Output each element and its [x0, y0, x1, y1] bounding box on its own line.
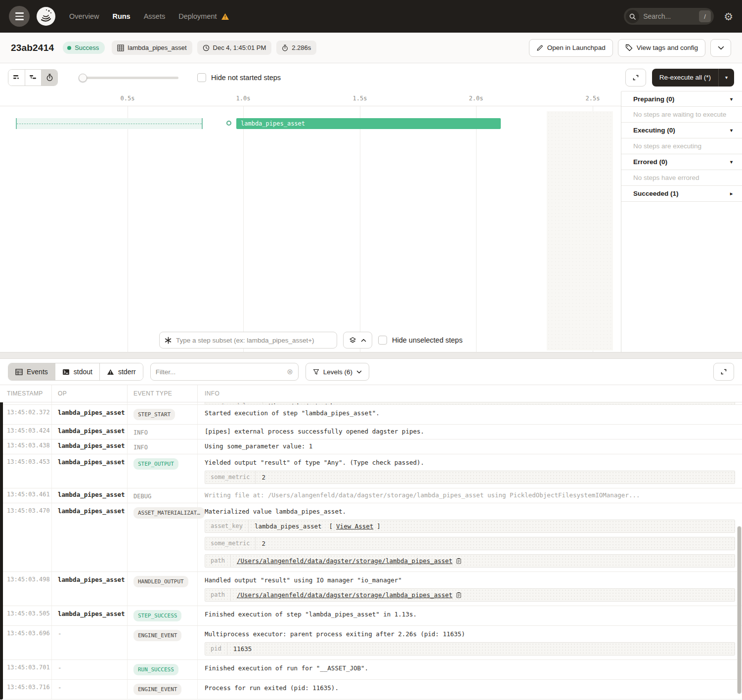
funnel-icon: [313, 369, 319, 375]
hide-unselected-checkbox[interactable]: [378, 336, 387, 345]
section-empty-text: No steps are executing: [621, 138, 742, 154]
step-panel-section-errored[interactable]: Errored (0)▾: [621, 154, 742, 170]
chevron-up-icon: [361, 339, 366, 342]
dagster-logo-icon[interactable]: [35, 5, 57, 28]
copy-path-icon[interactable]: [456, 558, 462, 564]
metadata-key: pid: [205, 643, 227, 655]
zoom-slider[interactable]: [79, 74, 178, 82]
clear-filter-icon[interactable]: ⊗: [287, 367, 293, 376]
log-tabs: Eventsstdoutstderr: [8, 363, 143, 381]
log-timestamp: 13:45:03.498: [0, 572, 52, 606]
tab-events[interactable]: Events: [8, 363, 55, 380]
hide-not-started-checkbox[interactable]: [197, 73, 206, 82]
waterfall-view-button[interactable]: [25, 70, 41, 86]
reexecute-dropdown-caret[interactable]: ▾: [718, 69, 734, 87]
gantt-step-bar[interactable]: lambda_pipes_asset: [236, 118, 501, 129]
left-edge-scrollbar[interactable]: [0, 402, 3, 700]
logs-fullscreen-button[interactable]: [713, 363, 734, 381]
metadata-key: some_metric: [205, 471, 256, 483]
search-shortcut-badge: /: [699, 10, 711, 22]
hide-not-started-checkbox-row[interactable]: Hide not started steps: [197, 73, 281, 82]
log-row[interactable]: 13:45:03.716-ENGINE_EVENTProcess for run…: [0, 680, 742, 700]
metadata-key: path: [205, 555, 231, 567]
tab-stderr[interactable]: stderr: [99, 363, 143, 380]
metadata-entry: path/Users/alangenfeld/data/dagster/stor…: [205, 554, 735, 568]
global-search[interactable]: /: [624, 8, 714, 25]
step-subset-input[interactable]: [176, 337, 332, 344]
run-tag-job-grid[interactable]: lambda_pipes_asset: [112, 41, 192, 55]
status-dot-icon: [67, 46, 71, 50]
path-link[interactable]: /Users/alangenfeld/data/dagster/storage/…: [237, 591, 453, 599]
nav-link-runs[interactable]: Runs: [112, 12, 130, 20]
metadata-value: /Users/alangenfeld/data/dagster/storage/…: [231, 555, 468, 567]
path-link[interactable]: /Users/alangenfeld/data/dagster/storage/…: [237, 557, 453, 565]
nav-link-assets[interactable]: Assets: [144, 12, 166, 20]
log-filter-input[interactable]: [156, 368, 287, 376]
layers-toggle-button[interactable]: [343, 332, 372, 349]
section-title: Preparing (0): [633, 95, 674, 103]
search-input[interactable]: [639, 12, 699, 20]
log-row[interactable]: 13:45:03.498lambda_pipes_assetHANDLED_OU…: [0, 572, 742, 606]
axis-tick-label: 2.5s: [586, 95, 600, 102]
log-row[interactable]: 13:45:03.453lambda_pipes_assetSTEP_OUTPU…: [0, 454, 742, 488]
copy-path-icon[interactable]: [456, 592, 462, 598]
step-panel-section-executing[interactable]: Executing (0)▾: [621, 123, 742, 138]
column-header-timestamp: TIMESTAMP: [0, 385, 52, 402]
event-type-badge: RUN_SUCCESS: [133, 664, 178, 675]
run-header: 23ab2414 Success lambda_pipes_assetDec 4…: [0, 33, 742, 63]
zoom-slider-knob[interactable]: [79, 74, 87, 82]
log-timestamp: 13:45:03.453: [0, 454, 52, 488]
gantt-section: 0.5s1.0s1.5s2.0s2.5s lambda_pipes_asset: [0, 91, 742, 352]
log-message: Process for run exited (pid: 11635).: [205, 684, 735, 692]
metadata-key: asset_key: [205, 520, 249, 532]
step-panel-section-preparing[interactable]: Preparing (0)▾: [621, 91, 742, 107]
log-row[interactable]: 13:45:03.461lambda_pipes_assetDEBUGWriti…: [0, 488, 742, 503]
nav-links: OverviewRunsAssetsDeployment: [69, 12, 229, 20]
clock-icon: [203, 44, 210, 51]
log-op: -: [52, 680, 128, 699]
status-badge: Success: [63, 42, 105, 54]
log-timestamp: 13:45:03.701: [0, 660, 52, 679]
job-grid-icon: [117, 44, 124, 51]
gantt-fullscreen-button[interactable]: [625, 69, 646, 87]
log-row[interactable]: 13:45:03.424lambda_pipes_assetINFO[pipes…: [0, 425, 742, 439]
timed-view-button[interactable]: [41, 70, 57, 86]
log-message: Started execution of step "lambda_pipes_…: [205, 409, 735, 417]
view-tags-config-button[interactable]: View tags and config: [618, 39, 705, 57]
gantt-footer: Hide unselected steps: [159, 332, 463, 349]
log-row[interactable]: 13:45:03.696-ENGINE_EVENTMultiprocess ex…: [0, 626, 742, 660]
table-icon: [15, 369, 23, 375]
log-message: [pipes] external process successfully op…: [205, 427, 735, 436]
gantt-future-region: [547, 111, 613, 350]
log-table-header: TIMESTAMP OP EVENT TYPE INFO: [0, 385, 742, 402]
reexecute-all-button[interactable]: Re-execute all (*): [652, 69, 718, 87]
gear-icon[interactable]: ⚙: [724, 11, 733, 22]
run-header-more-button[interactable]: [710, 39, 731, 57]
log-message: Materialized value lambda_pipes_asset.: [205, 507, 735, 516]
step-panel-section-succeeded[interactable]: Succeeded (1)▸: [621, 186, 742, 202]
log-op: lambda_pipes_asset: [52, 488, 128, 503]
log-row[interactable]: 13:45:03.470lambda_pipes_assetASSET_MATE…: [0, 503, 742, 572]
view-asset-link[interactable]: View Asset: [336, 522, 373, 530]
panel-splitter[interactable]: [0, 352, 742, 359]
hamburger-menu-button[interactable]: [9, 6, 30, 27]
log-row[interactable]: 13:45:02.372lambda_pipes_assetSTEP_START…: [0, 405, 742, 425]
gantt-time-axis: 0.5s1.0s1.5s2.0s2.5s: [0, 91, 621, 106]
vertical-scrollbar-thumb[interactable]: [737, 526, 742, 694]
caret-down-icon: ▾: [730, 159, 733, 165]
levels-filter-button[interactable]: Levels (6): [306, 363, 369, 381]
metadata-value: lambda_pipes_asset [View Asset]: [249, 520, 387, 532]
log-row[interactable]: 13:45:03.438lambda_pipes_assetINFOUsing …: [0, 439, 742, 454]
hide-unselected-checkbox-row[interactable]: Hide unselected steps: [378, 336, 463, 345]
axis-tick-label: 1.5s: [353, 95, 367, 102]
gantt-chart: 0.5s1.0s1.5s2.0s2.5s lambda_pipes_asset: [0, 91, 621, 352]
op-selection-icon: [165, 337, 172, 344]
tab-stdout[interactable]: stdout: [55, 363, 99, 380]
nav-link-deployment[interactable]: Deployment: [178, 12, 229, 20]
open-in-launchpad-button[interactable]: Open in Launchpad: [529, 39, 613, 57]
tag-icon: [625, 44, 633, 51]
log-row[interactable]: 13:45:03.701-RUN_SUCCESSFinished executi…: [0, 660, 742, 680]
nav-link-overview[interactable]: Overview: [69, 12, 99, 20]
flat-view-button[interactable]: [8, 70, 25, 86]
log-row[interactable]: 13:45:03.505lambda_pipes_assetSTEP_SUCCE…: [0, 606, 742, 626]
